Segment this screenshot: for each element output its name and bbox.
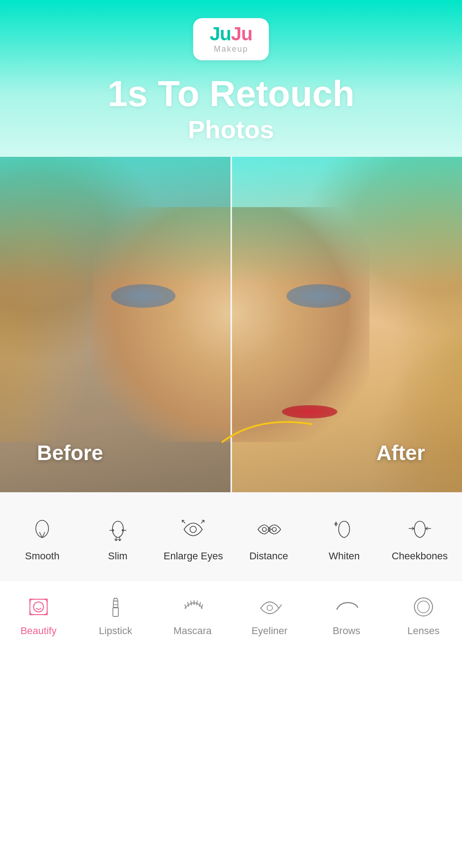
slim-icon [103,515,132,544]
slim-svg [105,517,131,542]
tool-enlarge-eyes[interactable]: Enlarge Eyes [156,510,231,567]
tool-whiten-label: Whiten [329,550,360,562]
svg-point-1 [262,528,266,532]
hero-title: 1s To Retouch [107,75,355,113]
nav-lipstick[interactable]: Lipstick [77,593,154,637]
beautify-svg [26,595,51,619]
cheekbones-svg [407,517,433,542]
nav-brows[interactable]: Brows [308,593,385,637]
nav-beautify-label: Beautify [20,625,57,637]
lipstick-svg [103,595,128,619]
nav-eyeliner-label: Eyeliner [252,625,287,637]
tool-cheekbones[interactable]: Cheekbones [382,510,458,567]
bottom-nav: Beautify Lipstick [0,580,462,646]
tool-smooth[interactable]: Smooth [5,510,80,567]
smooth-icon [28,515,57,544]
svg-point-15 [267,605,272,611]
distance-icon [254,515,283,544]
tools-section: Smooth [0,492,462,580]
mascara-icon [179,593,206,621]
yellow-curve [222,411,312,447]
hero-subtitle: Photos [188,115,274,144]
logo-ju2: Ju [231,23,253,44]
nav-lenses[interactable]: Lenses [385,593,462,637]
logo-makeup: Makeup [214,44,248,54]
logo: JuJu Makeup [193,18,268,60]
tool-distance-label: Distance [249,550,288,562]
smooth-svg [29,517,55,542]
hero-section: JuJu Makeup 1s To Retouch Photos [0,0,462,157]
svg-point-0 [190,526,196,533]
nav-lenses-label: Lenses [408,625,440,637]
before-after-image: Before After [0,157,462,492]
tool-whiten[interactable]: Whiten [306,510,382,567]
tool-slim[interactable]: Slim [80,510,156,567]
lipstick-icon [102,593,129,621]
eyeliner-icon [256,593,283,621]
tool-slim-label: Slim [108,550,127,562]
eye-left [111,284,176,308]
mascara-svg [180,595,205,619]
beautify-icon [25,593,52,621]
svg-line-12 [197,601,197,605]
cheekbones-icon [405,515,434,544]
logo-text: JuJu [209,24,252,44]
tools-row: Smooth [0,510,462,567]
before-label: Before [37,441,103,465]
eyeliner-svg [257,595,282,619]
nav-eyeliner[interactable]: Eyeliner [231,593,308,637]
lenses-svg [411,595,436,619]
nav-beautify[interactable]: Beautify [0,593,77,637]
nav-brows-label: Brows [333,625,360,637]
svg-line-9 [188,602,189,606]
whiten-icon [330,515,359,544]
svg-point-4 [34,602,44,612]
svg-point-2 [272,528,276,532]
tool-enlarge-eyes-label: Enlarge Eyes [164,550,223,562]
whiten-svg [331,517,357,542]
svg-point-16 [414,598,433,616]
svg-point-17 [418,601,429,613]
brows-icon [333,593,360,621]
enlarge-eyes-icon [179,515,208,544]
nav-mascara-label: Mascara [173,625,211,637]
brows-svg [334,595,359,619]
tool-smooth-label: Smooth [25,550,59,562]
after-label: After [376,441,425,465]
tool-distance[interactable]: Distance [231,510,307,567]
svg-rect-5 [113,607,118,616]
nav-mascara[interactable]: Mascara [154,593,231,637]
logo-ju1: Ju [209,23,231,44]
lenses-icon [410,593,437,621]
distance-svg [256,517,282,542]
tool-cheekbones-label: Cheekbones [392,550,448,562]
enlarge-eyes-svg [180,517,206,542]
eye-right [287,284,351,308]
svg-line-10 [191,601,191,605]
nav-lipstick-label: Lipstick [99,625,132,637]
